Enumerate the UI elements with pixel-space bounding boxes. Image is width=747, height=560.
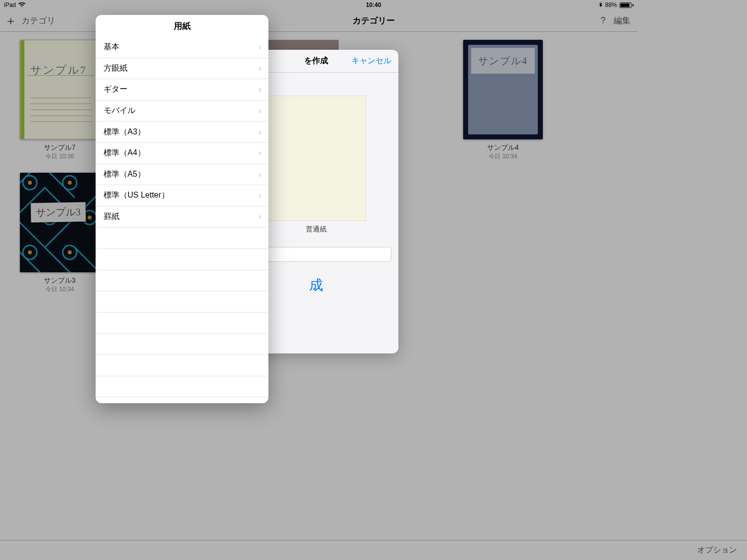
paper-row-usletter[interactable]: 標準（US Letter）›: [96, 185, 268, 207]
paper-row-a5[interactable]: 標準（A5）›: [96, 164, 268, 186]
paper-row-empty: .: [96, 334, 268, 355]
paper-row-label: モバイル: [104, 106, 135, 116]
cancel-button[interactable]: キャンセル: [352, 56, 391, 66]
chevron-right-icon: ›: [258, 84, 261, 95]
paper-row-empty: .: [96, 270, 268, 292]
paper-row-label: 罫紙: [104, 212, 120, 222]
chevron-right-icon: ›: [258, 212, 261, 222]
paper-row-ruled[interactable]: 罫紙›: [96, 207, 268, 228]
paper-row-basic[interactable]: 基本›: [96, 37, 268, 58]
paper-row-empty: .: [96, 313, 268, 334]
chevron-right-icon: ›: [258, 190, 261, 201]
create-title: を作成: [304, 56, 328, 66]
paper-popover: 用紙 基本› 方眼紙› ギター› モバイル› 標準（A3）› 標準（A4）› 標…: [96, 15, 268, 403]
paper-row-label: 方眼紙: [104, 63, 127, 74]
chevron-right-icon: ›: [258, 127, 261, 137]
paper-row-label: 標準（US Letter）: [104, 190, 169, 201]
paper-row-empty: .: [96, 376, 268, 398]
chevron-right-icon: ›: [258, 106, 261, 116]
paper-row-label: 標準（A4）: [104, 148, 145, 158]
chevron-right-icon: ›: [258, 42, 261, 52]
chevron-right-icon: ›: [258, 169, 261, 180]
paper-row-mobile[interactable]: モバイル›: [96, 101, 268, 122]
paper-row-label: 基本: [104, 42, 120, 52]
chevron-right-icon: ›: [258, 63, 261, 74]
chevron-right-icon: ›: [258, 148, 261, 158]
paper-preview[interactable]: [266, 96, 366, 221]
paper-row-grid[interactable]: 方眼紙›: [96, 58, 268, 80]
paper-row-guitar[interactable]: ギター›: [96, 79, 268, 101]
paper-row-label: 標準（A3）: [104, 127, 145, 137]
paper-popover-title: 用紙: [96, 15, 268, 37]
paper-row-empty: .: [96, 249, 268, 270]
paper-row-label: ギター: [104, 84, 127, 95]
paper-list[interactable]: 基本› 方眼紙› ギター› モバイル› 標準（A3）› 標準（A4）› 標準（A…: [96, 37, 268, 403]
paper-row-empty: .: [96, 355, 268, 376]
paper-row-a4[interactable]: 標準（A4）›: [96, 143, 268, 164]
paper-row-empty: .: [96, 227, 268, 249]
paper-row-label: 標準（A5）: [104, 169, 145, 180]
paper-row-empty: .: [96, 291, 268, 313]
paper-row-a3[interactable]: 標準（A3）›: [96, 121, 268, 143]
